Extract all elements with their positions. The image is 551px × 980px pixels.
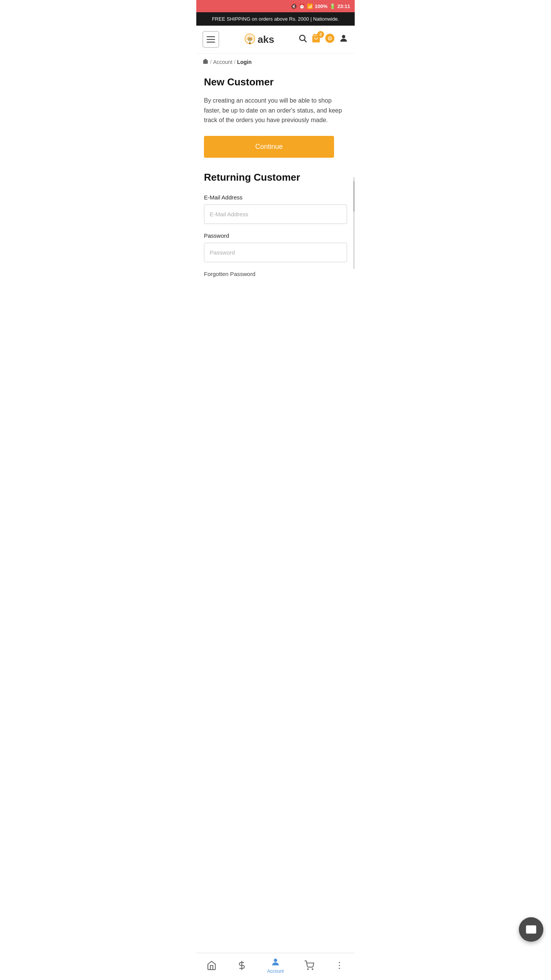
header-icons: 0 ⊙	[298, 33, 349, 46]
new-customer-title: New Customer	[204, 76, 347, 88]
status-bar: 🔇 ⏰ 📶 100% 🔋 23:11	[196, 0, 355, 12]
scrollbar	[353, 177, 355, 269]
password-input[interactable]	[204, 243, 347, 262]
cart-badge: 0	[317, 31, 324, 38]
promo-banner: FREE SHIPPING on orders above Rs. 2000 |…	[196, 12, 355, 26]
breadcrumb-current: Login	[237, 59, 251, 65]
new-customer-description: By creating an account you will be able …	[204, 96, 347, 125]
password-field-group: Password	[204, 232, 347, 271]
svg-point-11	[342, 35, 346, 38]
battery-icon: 🔋	[329, 3, 336, 9]
menu-line	[207, 36, 215, 37]
location-button[interactable]: ⊙	[325, 33, 335, 46]
user-button[interactable]	[339, 33, 349, 46]
logo[interactable]: aks	[243, 33, 274, 46]
forgotten-password-link[interactable]: Forgotten Password	[204, 271, 347, 277]
email-field-group: E-Mail Address	[204, 194, 347, 232]
breadcrumb: / Account / Login	[196, 54, 355, 70]
email-label: E-Mail Address	[204, 194, 347, 201]
breadcrumb-sep2: /	[234, 59, 235, 65]
breadcrumb-account[interactable]: Account	[213, 59, 233, 65]
logo-tree-icon	[243, 33, 257, 46]
clock: 23:11	[337, 3, 350, 9]
cart-button[interactable]: 0	[311, 33, 321, 46]
returning-customer-title: Returning Customer	[204, 172, 347, 183]
continue-button[interactable]: Continue	[204, 136, 334, 158]
menu-line	[207, 39, 215, 40]
svg-text:⊙: ⊙	[328, 35, 332, 41]
mute-icon: 🔇	[291, 3, 297, 9]
email-input[interactable]	[204, 204, 347, 224]
breadcrumb-sep1: /	[210, 59, 212, 65]
alarm-icon: ⏰	[299, 3, 305, 9]
svg-rect-5	[249, 42, 251, 44]
svg-point-6	[300, 35, 305, 41]
search-button[interactable]	[298, 34, 307, 45]
menu-button[interactable]	[202, 31, 219, 48]
svg-line-7	[304, 40, 306, 42]
signal-icon: 📶	[307, 3, 313, 9]
menu-line	[207, 42, 215, 42]
svg-point-4	[248, 38, 252, 42]
home-breadcrumb[interactable]	[202, 58, 209, 65]
scrollbar-thumb	[353, 181, 355, 212]
main-content: New Customer By creating an account you …	[196, 70, 355, 283]
header: aks 0 ⊙	[196, 26, 355, 54]
battery-percent: 100%	[315, 3, 328, 9]
password-label: Password	[204, 232, 347, 239]
logo-text: aks	[258, 34, 274, 46]
